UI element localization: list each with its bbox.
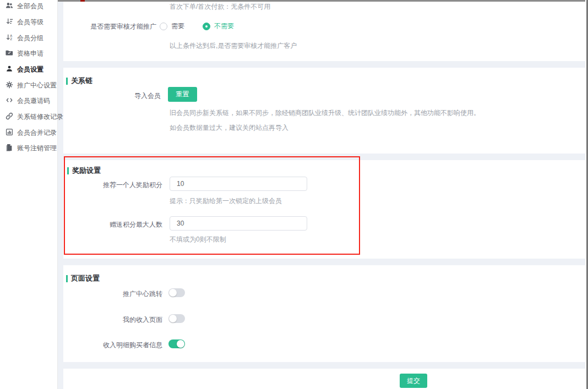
sidebar-item-member-group[interactable]: AZ 会员分组 (0, 31, 57, 45)
bar-chart-icon (6, 128, 13, 138)
sidebar-item-member-settings[interactable]: 会员设置 (0, 62, 57, 76)
sidebar-item-label: 会员等级 (17, 18, 43, 27)
section-separator (57, 154, 585, 160)
sidebar-item-promotion-settings[interactable]: 推广中心设置 (0, 78, 57, 92)
import-member-label: 导入会员 (66, 91, 161, 101)
submit-button[interactable]: 提交 (400, 374, 427, 388)
section-separator (57, 362, 585, 369)
sidebar-item-relation-log[interactable]: 关系链修改记录 (0, 109, 57, 124)
audit-radio-group: 需要 不需要 (160, 21, 234, 31)
income-detail-buyer-toggle[interactable] (168, 339, 185, 348)
section-separator (57, 61, 585, 68)
reward-section-title: 奖励设置 (67, 166, 101, 176)
reset-button[interactable]: 重置 (168, 87, 197, 102)
sidebar-item-label: 资格申请 (17, 49, 43, 58)
my-income-label: 我的收入页面 (66, 315, 162, 325)
file-icon (6, 144, 13, 153)
sort-numeric-icon: AZ (6, 34, 13, 43)
folder-check-icon (6, 49, 13, 58)
sidebar-item-label: 账号注销管理 (17, 144, 57, 153)
income-detail-buyer-label: 收入明细购买者信息 (66, 341, 162, 350)
gear-icon (6, 81, 13, 90)
relation-hint-1: 旧会员同步新关系链，如果不同步，除经销商团队业绩升级、统计团队业绩功能外，其他功… (170, 108, 480, 118)
radio-need[interactable] (160, 23, 167, 30)
sidebar-item-label: 关系链修改记录 (17, 112, 63, 122)
audit-hint: 以上条件达到后,是否需要审核才能推广客户 (170, 41, 297, 51)
sidebar-item-label: 推广中心设置 (17, 81, 57, 90)
max-people-hint: 不填或为0则不限制 (170, 235, 226, 244)
title-accent-bar (66, 78, 68, 85)
sidebar-item-label: 会员设置 (17, 65, 43, 74)
member-settings-page: 全部会员 会员等级 AZ 会员分组 资格申请 会员设置 推广中心设置 会员邀请码 (0, 0, 588, 389)
toggle-knob (169, 315, 177, 322)
code-icon (6, 96, 13, 106)
radio-need-label[interactable]: 需要 (171, 21, 184, 31)
horizontal-scrollbar[interactable] (57, 0, 585, 2)
page-section-title: 页面设置 (66, 273, 100, 283)
users-icon (6, 2, 13, 11)
sidebar-item-qualification[interactable]: 资格申请 (0, 46, 57, 61)
relation-hint-2: 如会员数据量过大，建议关闭站点再导入 (170, 123, 288, 133)
first-order-condition-hint: 首次下单/首次付款：无条件不可用 (170, 2, 270, 12)
sidebar-item-all-members[interactable]: 全部会员 (0, 0, 57, 13)
sidebar-item-account-cancel[interactable]: 账号注销管理 (0, 141, 57, 155)
promotion-jump-toggle[interactable] (168, 288, 185, 297)
sidebar-item-member-level[interactable]: 会员等级 (0, 15, 57, 29)
sidebar-content-gutter (57, 2, 63, 389)
audit-label: 是否需要审核才能推广 (66, 22, 156, 31)
sidebar-item-label: 全部会员 (17, 2, 43, 11)
max-people-input[interactable] (170, 216, 307, 231)
radio-no-need[interactable] (203, 23, 210, 30)
title-accent-bar (67, 167, 69, 174)
sort-amount-icon (6, 18, 13, 27)
relation-section-title: 关系链 (66, 76, 92, 86)
sidebar-item-label: 会员分组 (17, 34, 43, 43)
my-income-toggle[interactable] (168, 314, 185, 323)
svg-text:Z: Z (10, 37, 12, 41)
sidebar: 全部会员 会员等级 AZ 会员分组 资格申请 会员设置 推广中心设置 会员邀请码 (0, 0, 58, 389)
sidebar-item-label: 会员合并记录 (17, 128, 57, 138)
toggle-knob (169, 289, 177, 297)
reward-points-label: 推荐一个人奖励积分 (66, 180, 162, 190)
red-mark (80, 0, 85, 2)
title-accent-bar (66, 275, 68, 282)
section-separator (57, 259, 585, 265)
sidebar-item-invite-code[interactable]: 会员邀请码 (0, 94, 57, 108)
reward-points-input[interactable] (170, 177, 307, 191)
link-icon (6, 112, 13, 122)
promotion-jump-label: 推广中心跳转 (66, 289, 162, 299)
user-icon (6, 65, 13, 74)
max-people-label: 赠送积分最大人数 (66, 220, 162, 229)
reward-points-hint: 提示：只奖励给第一次锁定的上级会员 (170, 196, 282, 206)
toggle-knob (177, 340, 184, 348)
radio-no-need-label[interactable]: 不需要 (214, 21, 234, 31)
sidebar-item-label: 会员邀请码 (17, 96, 50, 106)
sidebar-item-merge-log[interactable]: 会员合并记录 (0, 125, 57, 140)
